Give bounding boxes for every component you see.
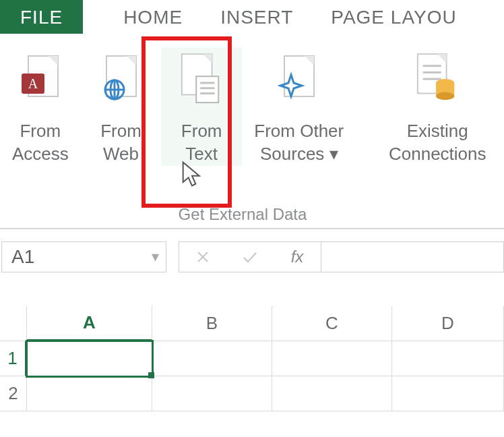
col-header-c[interactable]: C	[272, 306, 392, 341]
svg-point-26	[436, 92, 454, 100]
cell-b2[interactable]	[152, 376, 272, 411]
ribbon: A From Access From Web	[0, 34, 504, 229]
ribbon-group-caption: Get External Data	[135, 205, 350, 224]
tab-insert[interactable]: INSERT	[201, 0, 312, 34]
web-icon	[98, 51, 145, 112]
cell-c2[interactable]	[272, 376, 392, 411]
from-text-button[interactable]: From Text	[161, 47, 242, 166]
select-all-corner[interactable]	[0, 306, 27, 341]
col-header-b[interactable]: B	[152, 306, 272, 341]
row-header-2[interactable]: 2	[0, 376, 27, 411]
col-header-d[interactable]: D	[392, 306, 504, 341]
other-sources-icon	[276, 51, 323, 112]
tab-home[interactable]: HOME	[83, 0, 201, 34]
access-icon: A	[17, 51, 64, 112]
col-header-a[interactable]: A	[27, 306, 152, 341]
name-box[interactable]: A1 ▾	[1, 241, 166, 272]
existing-connections-button[interactable]: Existing Connections	[374, 47, 501, 166]
existing-connections-label: Existing Connections	[389, 120, 486, 166]
ribbon-group-get-external-data: A From Access From Web	[0, 34, 504, 166]
formula-bar: A1 ▾ fx	[0, 229, 504, 272]
from-other-sources-button[interactable]: From Other Sources ▾	[242, 47, 356, 166]
tab-page-layout[interactable]: PAGE LAYOU	[312, 0, 475, 34]
text-file-icon	[178, 51, 225, 112]
cell-a2[interactable]	[27, 376, 152, 411]
from-web-button[interactable]: From Web	[81, 47, 162, 166]
existing-connections-icon	[414, 51, 461, 112]
formula-input[interactable]	[321, 241, 504, 272]
svg-rect-12	[196, 76, 218, 103]
cell-c1[interactable]	[272, 341, 392, 376]
svg-text:A: A	[28, 76, 38, 91]
formula-buttons: fx	[179, 241, 321, 272]
name-box-dropdown-icon[interactable]: ▾	[152, 248, 159, 266]
row-header-1[interactable]: 1	[0, 341, 27, 376]
cell-a1[interactable]	[27, 341, 152, 376]
from-other-sources-label: From Other Sources ▾	[254, 120, 344, 166]
from-access-label: From Access	[12, 120, 69, 166]
cell-d2[interactable]	[392, 376, 504, 411]
from-web-label: From Web	[100, 120, 141, 166]
from-text-label: From Text	[181, 120, 222, 166]
enter-button[interactable]	[226, 250, 274, 264]
tab-strip: FILE HOME INSERT PAGE LAYOU	[0, 0, 504, 34]
name-box-value: A1	[11, 246, 34, 268]
from-access-button[interactable]: A From Access	[0, 47, 81, 166]
insert-function-button[interactable]: fx	[274, 247, 321, 266]
cell-b1[interactable]	[152, 341, 272, 376]
tab-file[interactable]: FILE	[0, 0, 83, 34]
cell-d1[interactable]	[392, 341, 504, 376]
worksheet-grid[interactable]: A B C D 1 2	[0, 306, 504, 411]
cancel-button[interactable]	[179, 250, 226, 264]
